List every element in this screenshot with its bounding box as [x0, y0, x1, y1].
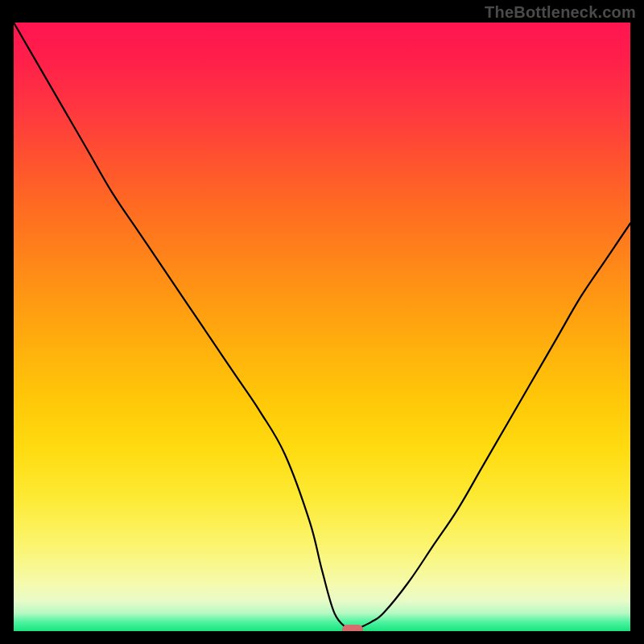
watermark-text: TheBottleneck.com [485, 3, 636, 22]
optimum-marker [342, 625, 363, 631]
plot-area [14, 23, 630, 631]
bottleneck-curve [14, 23, 630, 631]
chart-frame: TheBottleneck.com [0, 0, 644, 644]
